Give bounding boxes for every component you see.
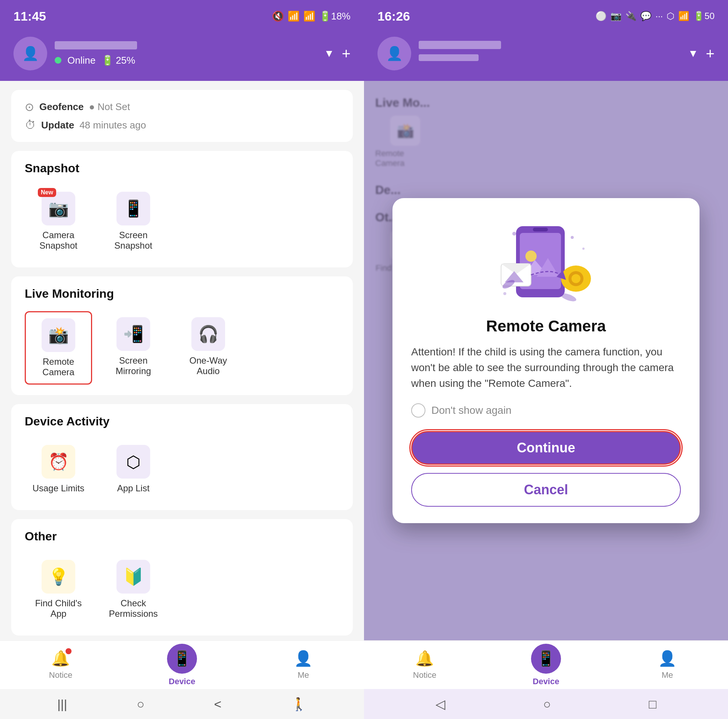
camera-snapshot-label: Camera Snapshot [31, 230, 86, 251]
device-icon-circle-left: 📱 [167, 644, 197, 674]
dont-show-label: Don't show again [431, 404, 512, 416]
update-value: 48 minutes ago [80, 119, 146, 131]
dialog-overlay: Remote Camera Attention! If the child is… [364, 81, 728, 640]
continue-button[interactable]: Continue [411, 431, 681, 465]
me-icon-left: 👤 [294, 650, 313, 667]
gesture-bar-left: ||| ○ < 🚶 [0, 689, 364, 719]
dialog-body: Attention! If the child is using the cam… [411, 344, 681, 391]
gesture-back-right: ◁ [436, 696, 445, 711]
gesture-back: < [214, 697, 221, 711]
nav-device-right[interactable]: 📱 Device [485, 641, 607, 689]
geofence-value: ● Not Set [89, 101, 130, 113]
nav-me-left[interactable]: 👤 Me [243, 641, 364, 689]
other-title: Other [25, 529, 339, 543]
wifi-icon-right: 📶 [678, 11, 690, 21]
header-info-left: Online 🔋 25% [55, 41, 317, 66]
mute-icon: 🔇 [272, 11, 284, 22]
check-permissions-label: Check Permissions [106, 598, 161, 619]
header-actions-right[interactable]: ▼ + [688, 45, 714, 62]
battery-label: 🔋 25% [101, 55, 135, 66]
status-bar-left: 11:45 🔇 📶 📶 🔋18% [0, 0, 364, 30]
signal-icon: 📶 [303, 11, 315, 22]
header-actions-left[interactable]: ▼ + [324, 45, 350, 62]
add-icon-left[interactable]: + [342, 45, 350, 62]
svg-rect-2 [533, 228, 548, 231]
header-status: Online 🔋 25% [55, 55, 317, 66]
msg-icon-right: 💬 [640, 11, 652, 21]
geofence-label: Geofence [39, 101, 84, 113]
me-label-right: Me [662, 670, 673, 680]
status-bar-right: 16:26 ⚪ 📷 🔌 💬 ··· ⬡ 📶 🔋50 [364, 0, 728, 30]
wifi-icon: 📶 [288, 11, 300, 22]
me-icon-right: 👤 [658, 650, 677, 667]
find-childs-app-item[interactable]: 💡 Find Child's App [25, 554, 92, 625]
remote-camera-label: Remote Camera [32, 356, 85, 378]
online-label: Online [67, 55, 95, 66]
app-list-label: App List [117, 483, 150, 494]
screen-snapshot-icon: 📱 [116, 192, 150, 225]
notice-icon-right: 🔔 [415, 650, 434, 667]
svg-point-12 [512, 232, 516, 236]
snapshot-title: Snapshot [25, 161, 339, 175]
dropdown-icon-left[interactable]: ▼ [324, 47, 334, 60]
screen-mirroring-label: Screen Mirroring [106, 355, 161, 376]
svg-point-5 [525, 251, 537, 262]
bat-icon-right: 🔋50 [693, 11, 714, 21]
live-monitoring-section: Live Monitoring 📸 Remote Camera 📲 Screen… [11, 276, 353, 395]
time-right: 16:26 [378, 9, 410, 24]
remote-camera-item[interactable]: 📸 Remote Camera [25, 311, 92, 385]
time-left: 11:45 [14, 9, 46, 24]
dialog-title: Remote Camera [486, 317, 606, 335]
find-childs-app-label: Find Child's App [31, 598, 86, 619]
one-way-audio-item[interactable]: 🎧 One-Way Audio [174, 311, 242, 385]
check-permissions-item[interactable]: 🔰 Check Permissions [99, 554, 167, 625]
remote-camera-dialog: Remote Camera Attention! If the child is… [393, 198, 699, 523]
status-icons-left: 🔇 📶 📶 🔋18% [272, 11, 350, 22]
avatar-left: 👤 [14, 37, 47, 70]
nav-me-right[interactable]: 👤 Me [607, 641, 728, 689]
info-card: ⊙ Geofence ● Not Set ⏱ Update 48 minutes… [11, 90, 353, 142]
live-monitoring-grid: 📸 Remote Camera 📲 Screen Mirroring 🎧 One… [25, 311, 339, 385]
right-phone: 16:26 ⚪ 📷 🔌 💬 ··· ⬡ 📶 🔋50 👤 ▼ + Live Mo.… [364, 0, 728, 719]
header-right: 👤 ▼ + [364, 30, 728, 81]
cancel-button[interactable]: Cancel [411, 473, 681, 507]
me-label-left: Me [298, 670, 309, 680]
update-label: Update [41, 119, 74, 131]
dont-show-checkbox[interactable] [411, 403, 425, 418]
snapshot-section: Snapshot New 📷 Camera Snapshot 📱 Screen … [11, 151, 353, 268]
add-icon-right[interactable]: + [706, 45, 714, 62]
device-label-right: Device [533, 677, 560, 687]
nav-device-left[interactable]: 📱 Device [121, 641, 243, 689]
gesture-assist: 🚶 [291, 696, 307, 711]
screen-mirroring-item[interactable]: 📲 Screen Mirroring [99, 311, 167, 385]
nav-notice-right[interactable]: 🔔 Notice [364, 641, 485, 689]
device-label-left: Device [169, 677, 196, 687]
gesture-home-right: ○ [543, 697, 551, 711]
new-badge: New [38, 188, 56, 197]
status-icons-right: ⚪ 📷 🔌 💬 ··· ⬡ 📶 🔋50 [595, 11, 714, 21]
dialog-illustration [494, 217, 598, 307]
avatar-right: 👤 [378, 37, 411, 70]
device-activity-title: Device Activity [25, 415, 339, 428]
one-way-audio-icon: 🎧 [191, 317, 225, 351]
name-bar-right [419, 41, 501, 49]
nav-notice-left[interactable]: 🔔 Notice [0, 641, 121, 689]
dropdown-icon-right[interactable]: ▼ [688, 47, 698, 60]
gesture-bar-right: ◁ ○ □ [364, 689, 728, 719]
gesture-home: ○ [137, 697, 145, 711]
gesture-recents-right: □ [649, 697, 657, 711]
header-info-right [419, 41, 681, 66]
svg-point-8 [572, 274, 580, 283]
screen-mirroring-icon: 📲 [116, 317, 150, 351]
circle-icon-right: ⚪ [595, 11, 607, 21]
dont-show-again-row[interactable]: Don't show again [411, 403, 512, 418]
usb-icon-right: 🔌 [626, 11, 637, 21]
notice-icon-left: 🔔 [51, 650, 70, 667]
name-bar-right-2 [419, 54, 479, 61]
camera-snapshot-item[interactable]: New 📷 Camera Snapshot [25, 186, 92, 257]
app-list-item[interactable]: ⬡ App List [99, 439, 167, 500]
screen-snapshot-item[interactable]: 📱 Screen Snapshot [99, 186, 167, 257]
notice-label-right: Notice [413, 670, 436, 680]
update-row: ⏱ Update 48 minutes ago [25, 119, 339, 132]
usage-limits-item[interactable]: ⏰ Usage Limits [25, 439, 92, 500]
